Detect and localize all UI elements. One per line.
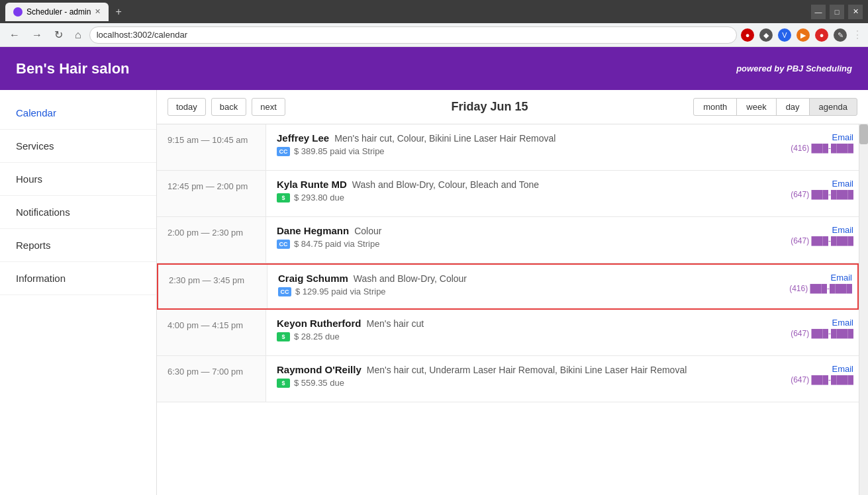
- event-header: Craig Schumm Wash and Blow-Dry, Colour: [278, 273, 761, 284]
- back-button[interactable]: ←: [5, 28, 24, 42]
- client-name: Keyon Rutherford: [277, 318, 362, 329]
- service-name: Wash and Blow-Dry, Colour, Bleach and To…: [352, 179, 539, 190]
- email-link[interactable]: Email: [832, 225, 853, 235]
- contact-info: Email (647) ███-████: [773, 356, 859, 402]
- next-nav-button[interactable]: next: [252, 98, 285, 116]
- appointment-time: 9:15 am — 10:45 am: [157, 124, 266, 170]
- payment-amount: $ 389.85 paid via Stripe: [294, 146, 385, 156]
- sidebar-item-services[interactable]: Services: [0, 130, 156, 163]
- appointment-row-highlighted: 2:30 pm — 3:45 pm Craig Schumm Wash and …: [157, 263, 859, 310]
- extension-icon-4[interactable]: ▶: [796, 28, 810, 42]
- email-link[interactable]: Email: [832, 318, 853, 328]
- payment-row: CC $ 389.85 paid via Stripe: [277, 146, 762, 156]
- stripe-payment-icon: CC: [277, 240, 290, 249]
- stripe-payment-icon: CC: [277, 147, 290, 156]
- client-name: Kyla Runte MD: [277, 179, 347, 190]
- contact-info: Email (647) ███-████: [773, 217, 859, 263]
- tab-close-icon[interactable]: ✕: [95, 7, 101, 16]
- agenda-view-button[interactable]: agenda: [809, 98, 857, 116]
- email-link[interactable]: Email: [832, 132, 853, 142]
- forward-button[interactable]: →: [28, 28, 46, 42]
- month-view-button[interactable]: month: [693, 98, 737, 116]
- tab-title: Scheduler - admin: [26, 7, 91, 17]
- browser-extensions: ● ◆ V ▶ ● ✎ ⋮: [741, 28, 863, 42]
- client-name: Craig Schumm: [278, 273, 348, 284]
- payment-amount: $ 28.25 due: [294, 332, 340, 341]
- client-name: Dane Hegmann: [277, 225, 349, 236]
- back-nav-button[interactable]: back: [211, 98, 246, 116]
- email-link[interactable]: Email: [830, 273, 852, 283]
- payment-amount: $ 559.35 due: [294, 378, 344, 388]
- contact-info: Email (416) ███-████: [773, 124, 859, 170]
- sidebar-item-calendar[interactable]: Calendar: [0, 97, 156, 130]
- appointment-details: Raymond O'Reilly Men's hair cut, Underar…: [266, 356, 773, 402]
- service-name: Men's hair cut, Colour, Bikini Line Lase…: [334, 133, 555, 144]
- contact-info: Email (647) ███-████: [773, 310, 859, 355]
- sidebar-reports-label: Reports: [16, 240, 51, 251]
- today-button[interactable]: today: [168, 98, 206, 116]
- payment-amount: $ 84.75 paid via Stripe: [294, 239, 379, 249]
- powered-by-brand: PBJ Scheduling: [787, 64, 852, 73]
- service-name: Colour: [354, 226, 381, 236]
- payment-amount: $ 293.80 due: [294, 193, 344, 202]
- payment-row: CC $ 129.95 paid via Stripe: [278, 287, 761, 296]
- event-header: Keyon Rutherford Men's hair cut: [277, 318, 762, 329]
- service-name: Men's hair cut, Underarm Laser Hair Remo…: [367, 365, 687, 375]
- sidebar-item-hours[interactable]: Hours: [0, 163, 156, 196]
- address-bar[interactable]: localhost:3002/calendar: [89, 26, 737, 44]
- event-header: Raymond O'Reilly Men's hair cut, Underar…: [277, 364, 762, 375]
- scrollbar-thumb[interactable]: [859, 124, 868, 144]
- refresh-button[interactable]: ↻: [50, 27, 67, 42]
- scrollbar[interactable]: [859, 124, 868, 495]
- sidebar-item-information[interactable]: Information: [0, 262, 156, 295]
- extension-icon-1[interactable]: ●: [741, 28, 754, 42]
- main-content: today back next Friday Jun 15 month week…: [157, 90, 868, 495]
- stripe-payment-icon: CC: [278, 287, 291, 296]
- appointment-time: 6:30 pm — 7:00 pm: [157, 356, 266, 402]
- sidebar-item-reports[interactable]: Reports: [0, 229, 156, 262]
- client-name: Jeffrey Lee: [277, 132, 329, 144]
- contact-info: Email (647) ███-████: [773, 171, 859, 216]
- sidebar: Calendar Services Hours Notifications Re…: [0, 90, 157, 495]
- agenda-scroll-area[interactable]: 9:15 am — 10:45 am Jeffrey Lee Men's hai…: [157, 124, 859, 495]
- day-view-button[interactable]: day: [776, 98, 810, 116]
- payment-amount: $ 129.95 paid via Stripe: [295, 287, 386, 296]
- sidebar-services-label: Services: [16, 140, 54, 152]
- sidebar-information-label: Information: [16, 273, 66, 284]
- home-button[interactable]: ⌂: [71, 28, 85, 42]
- calendar-toolbar: today back next Friday Jun 15 month week…: [157, 90, 868, 124]
- browser-chrome: Scheduler - admin ✕ + — □ ✕: [0, 0, 868, 23]
- appointment-row: 4:00 pm — 4:15 pm Keyon Rutherford Men's…: [157, 310, 859, 356]
- extension-icon-6[interactable]: ✎: [834, 28, 847, 42]
- payment-row: CC $ 84.75 paid via Stripe: [277, 239, 762, 249]
- extension-icon-5[interactable]: ●: [815, 28, 828, 42]
- email-link[interactable]: Email: [832, 179, 853, 189]
- powered-by: powered by PBJ Scheduling: [736, 64, 852, 73]
- agenda-container: 9:15 am — 10:45 am Jeffrey Lee Men's hai…: [157, 124, 868, 495]
- appointment-details: Kyla Runte MD Wash and Blow-Dry, Colour,…: [266, 171, 773, 216]
- minimize-button[interactable]: —: [811, 5, 826, 19]
- appointment-row: 2:00 pm — 2:30 pm Dane Hegmann Colour CC…: [157, 217, 859, 263]
- close-button[interactable]: ✕: [848, 5, 863, 19]
- app-title: Ben's Hair salon: [16, 60, 130, 77]
- service-name: Wash and Blow-Dry, Colour: [354, 273, 467, 284]
- week-view-button[interactable]: week: [736, 98, 776, 116]
- maximize-button[interactable]: □: [830, 5, 844, 19]
- appointment-row: 6:30 pm — 7:00 pm Raymond O'Reilly Men's…: [157, 356, 859, 402]
- phone-number: (647) ███-████: [791, 329, 853, 338]
- sidebar-hours-label: Hours: [16, 173, 42, 185]
- event-header: Kyla Runte MD Wash and Blow-Dry, Colour,…: [277, 179, 762, 190]
- email-link[interactable]: Email: [832, 364, 853, 374]
- app-body: Calendar Services Hours Notifications Re…: [0, 90, 868, 495]
- extension-icon-3[interactable]: V: [778, 28, 791, 42]
- phone-number: (416) ███-████: [791, 144, 853, 153]
- extension-icon-2[interactable]: ◆: [759, 28, 773, 42]
- active-tab[interactable]: Scheduler - admin ✕: [5, 3, 109, 21]
- sidebar-item-notifications[interactable]: Notifications: [0, 196, 156, 229]
- contact-info: Email (416) ███-████: [771, 265, 857, 308]
- new-tab-button[interactable]: +: [111, 5, 125, 19]
- phone-number: (647) ███-████: [791, 236, 853, 246]
- browser-menu-icon[interactable]: ⋮: [852, 28, 863, 41]
- cash-payment-icon: $: [277, 193, 290, 202]
- appointment-row: 9:15 am — 10:45 am Jeffrey Lee Men's hai…: [157, 124, 859, 171]
